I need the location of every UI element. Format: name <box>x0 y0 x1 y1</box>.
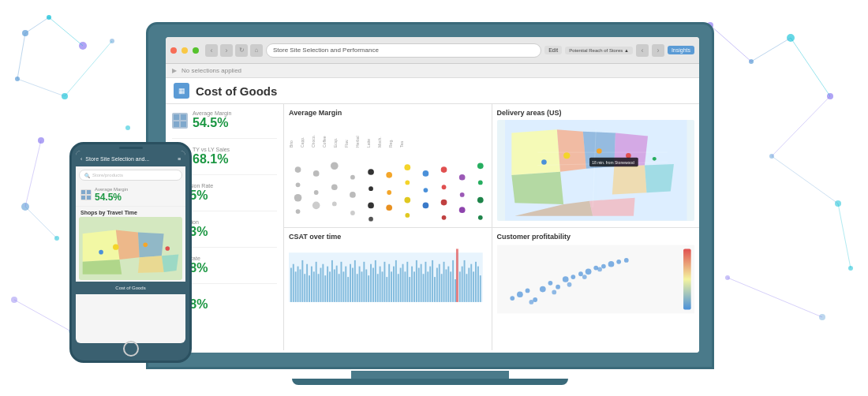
svg-line-30 <box>751 38 791 62</box>
svg-rect-146 <box>418 267 420 301</box>
scatter-label-9: Reg. <box>388 120 398 148</box>
dashboard-header: ▦ Cost of Goods <box>166 78 699 104</box>
nav-home-btn[interactable]: ⌂ <box>250 44 263 57</box>
phone-footer: Cost of Goods <box>76 282 185 294</box>
phone-menu-icon[interactable]: ≡ <box>178 156 181 162</box>
phone-speaker <box>119 147 143 149</box>
svg-rect-171 <box>475 261 477 301</box>
svg-rect-197 <box>81 190 85 194</box>
phone-search-bar[interactable]: 🔍 Store/products <box>79 170 182 181</box>
svg-point-185 <box>585 268 591 275</box>
svg-rect-169 <box>470 263 472 301</box>
svg-rect-142 <box>409 277 410 302</box>
svg-point-47 <box>331 162 339 170</box>
svg-rect-91 <box>293 263 294 301</box>
svg-point-72 <box>460 192 465 197</box>
svg-point-86 <box>541 159 547 165</box>
dashboard: ▦ Cost of Goods Average Margin <box>166 78 699 353</box>
profit-chart-title: Customer profitability <box>497 233 695 241</box>
svg-rect-150 <box>427 271 428 302</box>
svg-line-12 <box>25 17 49 33</box>
browser-max-btn[interactable] <box>193 47 199 54</box>
browser-close-btn[interactable] <box>170 47 177 54</box>
svg-rect-98 <box>309 275 310 302</box>
metric-row-avg-margin: Average Margin 54.5% <box>172 110 277 139</box>
nav-prev-btn[interactable]: ‹ <box>636 44 649 57</box>
phone-map-svg <box>79 217 182 280</box>
browser-min-btn[interactable] <box>181 47 188 54</box>
svg-line-14 <box>49 17 83 46</box>
svg-rect-124 <box>368 275 369 302</box>
dashboard-body: Average Margin 54.5% TY vs LY Sales 68.1… <box>166 104 699 350</box>
svg-rect-165 <box>462 266 463 301</box>
svg-rect-131 <box>383 261 385 301</box>
svg-point-193 <box>567 282 571 286</box>
browser-address-bar[interactable]: Store Site Selection and Performance <box>266 43 541 58</box>
phone-section-title: Shops by Travel Time <box>76 207 185 217</box>
svg-rect-138 <box>400 267 402 301</box>
svg-rect-96 <box>304 274 305 302</box>
edit-button[interactable]: Edit <box>544 46 562 54</box>
svg-point-65 <box>424 188 428 192</box>
svg-rect-123 <box>365 269 367 301</box>
svg-rect-141 <box>406 261 408 301</box>
svg-point-24 <box>769 154 774 159</box>
laptop: ‹ › ↻ ⌂ Store Site Selection and Perform… <box>146 22 714 385</box>
svg-point-41 <box>296 182 301 187</box>
svg-point-44 <box>313 170 320 177</box>
delivery-map-title: Delivery areas (US) <box>497 109 695 117</box>
svg-rect-120 <box>359 266 361 301</box>
svg-point-205 <box>99 250 103 255</box>
laptop-screen: ‹ › ↻ ⌂ Store Site Selection and Perform… <box>166 37 699 353</box>
svg-point-46 <box>312 202 320 210</box>
svg-rect-105 <box>324 275 326 302</box>
nav-back-btn[interactable]: ‹ <box>205 44 218 57</box>
svg-rect-196 <box>683 248 691 309</box>
svg-text:18 min. from Stonewood: 18 min. from Stonewood <box>592 161 634 165</box>
svg-point-27 <box>819 314 825 320</box>
svg-line-19 <box>14 300 71 331</box>
phone-home-button[interactable] <box>123 341 139 357</box>
phone-avg-margin-value: 54.5% <box>95 192 181 203</box>
svg-point-25 <box>835 200 841 207</box>
svg-rect-155 <box>439 263 440 301</box>
svg-rect-157 <box>443 261 445 301</box>
svg-point-180 <box>548 280 552 285</box>
nav-forward-btn[interactable]: › <box>220 44 233 57</box>
svg-rect-129 <box>380 266 381 301</box>
svg-rect-163 <box>455 279 456 302</box>
search-icon: 🔍 <box>84 173 90 178</box>
nav-next-btn[interactable]: › <box>652 44 664 57</box>
svg-rect-130 <box>382 271 383 302</box>
svg-point-52 <box>350 211 355 215</box>
svg-point-23 <box>827 93 833 99</box>
svg-rect-119 <box>357 274 358 302</box>
svg-point-43 <box>296 209 301 214</box>
svg-point-76 <box>477 197 484 204</box>
charts-area: Average Margin Brio Capp. Choco. Coffee … <box>284 104 699 350</box>
svg-point-203 <box>143 243 148 248</box>
svg-point-7 <box>125 125 130 130</box>
svg-point-60 <box>404 164 410 170</box>
laptop-base <box>292 379 568 385</box>
phone-back-icon[interactable]: ‹ <box>80 156 82 162</box>
svg-point-40 <box>295 166 301 173</box>
svg-line-15 <box>17 79 65 96</box>
svg-rect-111 <box>339 274 340 302</box>
phone-metric-row: Average Margin 54.5% <box>76 184 185 207</box>
svg-line-33 <box>772 156 838 204</box>
svg-point-51 <box>350 192 356 198</box>
csat-chart-title: CSAT over time <box>289 233 487 241</box>
svg-rect-114 <box>345 266 346 301</box>
svg-rect-143 <box>411 266 413 301</box>
svg-rect-106 <box>327 266 328 301</box>
svg-rect-122 <box>363 261 365 301</box>
svg-point-184 <box>578 271 583 276</box>
nav-reload-btn[interactable]: ↻ <box>235 44 248 57</box>
svg-line-13 <box>17 33 25 79</box>
svg-rect-174 <box>497 245 695 313</box>
svg-point-26 <box>725 275 730 280</box>
svg-point-69 <box>441 200 447 206</box>
insights-btn[interactable]: Insights <box>668 46 694 54</box>
potential-reach-btn[interactable]: Potential Reach of Stores ▲ <box>565 47 633 54</box>
